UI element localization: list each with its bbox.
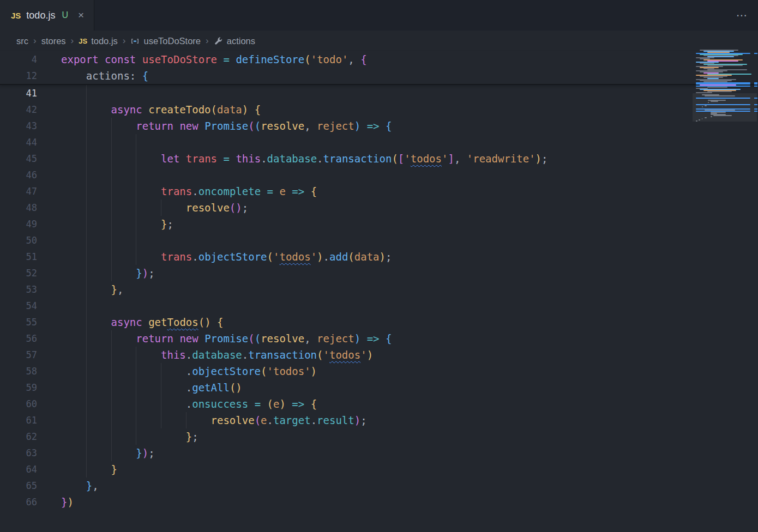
breadcrumb-item-stores[interactable]: stores <box>41 36 66 46</box>
breadcrumb-item-src[interactable]: src <box>16 36 28 46</box>
code-line-58[interactable]: 58 .objectStore('todos') <box>0 363 758 379</box>
line-number: 49 <box>0 216 37 232</box>
code-text: }); <box>37 265 155 281</box>
code-line-66[interactable]: 66}) <box>0 494 758 510</box>
code-line-63[interactable]: 63 }); <box>0 445 758 461</box>
code-line-54[interactable]: 54 <box>0 298 758 314</box>
code-line-60[interactable]: 60 .onsuccess = (e) => { <box>0 396 758 412</box>
code-line-64[interactable]: 64 } <box>0 461 758 477</box>
code-line-53[interactable]: 53 }, <box>0 281 758 298</box>
code-line-56[interactable]: 56 return new Promise((resolve, reject) … <box>0 330 758 347</box>
line-number: 12 <box>0 68 37 84</box>
line-number: 63 <box>0 445 37 461</box>
line-number: 59 <box>0 379 37 396</box>
breadcrumb-item-actions[interactable]: actions <box>214 36 255 46</box>
code-text: .onsuccess = (e) => { <box>37 396 317 412</box>
line-number: 44 <box>0 134 37 150</box>
line-number: 52 <box>0 265 37 281</box>
code-line-41[interactable]: 41 <box>0 85 758 101</box>
indent-guide <box>86 85 87 477</box>
tab-todo-js[interactable]: JS todo.js U × <box>0 0 94 31</box>
code-text: }, <box>37 477 99 494</box>
overview-ruler-mark <box>754 108 757 110</box>
indent-guide <box>186 412 187 428</box>
overview-ruler-mark <box>754 98 757 99</box>
code-text: } <box>37 461 117 477</box>
line-number: 64 <box>0 461 37 477</box>
code-editor[interactable]: 4export const useToDoStore = defineStore… <box>0 51 758 510</box>
code-line-52[interactable]: 52 }); <box>0 265 758 281</box>
code-line-12[interactable]: 12 actions: { <box>0 68 758 84</box>
line-number: 47 <box>0 183 37 200</box>
code-text: }; <box>37 428 198 445</box>
code-line-55[interactable]: 55 async getTodos() { <box>0 314 758 330</box>
code-line-4[interactable]: 4export const useToDoStore = defineStore… <box>0 51 758 68</box>
code-text: async getTodos() { <box>37 314 224 330</box>
close-icon[interactable]: × <box>78 9 84 21</box>
tab-title: todo.js <box>26 10 55 21</box>
breadcrumb-item-todo-js[interactable]: JStodo.js <box>79 36 118 46</box>
sticky-scroll[interactable]: 4export const useToDoStore = defineStore… <box>0 51 758 85</box>
code-text: }; <box>37 216 173 232</box>
code-line-48[interactable]: 48 resolve(); <box>0 200 758 216</box>
code-line-42[interactable]: 42 async createTodo(data) { <box>0 101 758 118</box>
line-number: 43 <box>0 118 37 134</box>
indent-guide <box>111 330 112 461</box>
breadcrumb-label: useToDoStore <box>143 36 201 46</box>
wrench-icon <box>214 37 223 46</box>
line-number: 4 <box>0 51 37 68</box>
code-line-62[interactable]: 62 }; <box>0 428 758 445</box>
breadcrumb-separator-icon: › <box>33 35 37 46</box>
code-line-51[interactable]: 51 trans.objectStore('todos').add(data); <box>0 249 758 265</box>
breadcrumb-label: todo.js <box>91 36 118 46</box>
line-number: 58 <box>0 363 37 379</box>
breadcrumb-separator-icon: › <box>71 35 74 46</box>
line-number: 50 <box>0 232 37 249</box>
minimap[interactable] <box>696 50 753 122</box>
code-text: .objectStore('todos') <box>37 363 317 379</box>
line-number: 42 <box>0 101 37 118</box>
code-text <box>37 167 61 183</box>
code-text: .getAll() <box>37 379 242 396</box>
code-line-47[interactable]: 47 trans.oncomplete = e => { <box>0 183 758 200</box>
breadcrumb-label: stores <box>41 36 66 46</box>
more-actions-button[interactable]: ⋯ <box>736 9 748 22</box>
line-number: 62 <box>0 428 37 445</box>
javascript-file-icon: JS <box>79 37 87 45</box>
code-line-46[interactable]: 46 <box>0 167 758 183</box>
overview-ruler-mark <box>754 53 757 54</box>
code-line-61[interactable]: 61 resolve(e.target.result); <box>0 412 758 428</box>
line-number: 57 <box>0 347 37 363</box>
line-number: 45 <box>0 150 37 167</box>
code-text <box>37 232 61 249</box>
code-text: async createTodo(data) { <box>37 101 261 118</box>
breadcrumb-separator-icon: › <box>206 35 209 46</box>
code-line-59[interactable]: 59 .getAll() <box>0 379 758 396</box>
breadcrumb-item-usetodostore[interactable]: useToDoStore <box>130 36 201 46</box>
indent-guide <box>111 118 112 281</box>
code-area[interactable]: 4142 async createTodo(data) {43 return n… <box>0 85 758 510</box>
code-text: let trans = this.database.transaction(['… <box>37 150 548 167</box>
indent-guide <box>136 134 136 265</box>
tab-bar: JS todo.js U × ⋯ <box>0 0 758 31</box>
code-line-43[interactable]: 43 return new Promise((resolve, reject) … <box>0 118 758 134</box>
code-line-49[interactable]: 49 }; <box>0 216 758 232</box>
breadcrumb-separator-icon: › <box>123 35 126 46</box>
symbol-variable-icon <box>130 37 140 46</box>
breadcrumb-label: src <box>16 36 28 46</box>
line-number: 65 <box>0 477 37 494</box>
line-number: 55 <box>0 314 37 330</box>
breadcrumb: src›stores›JStodo.js›useToDoStore›action… <box>0 31 758 51</box>
code-line-45[interactable]: 45 let trans = this.database.transaction… <box>0 150 758 167</box>
line-number: 53 <box>0 281 37 298</box>
code-line-44[interactable]: 44 <box>0 134 758 150</box>
minimap-slider[interactable] <box>693 93 757 122</box>
line-number: 51 <box>0 249 37 265</box>
code-line-50[interactable]: 50 <box>0 232 758 249</box>
line-number: 46 <box>0 167 37 183</box>
code-line-57[interactable]: 57 this.database.transaction('todos') <box>0 347 758 363</box>
indent-guide <box>161 200 161 216</box>
code-line-65[interactable]: 65 }, <box>0 477 758 494</box>
git-untracked-badge: U <box>62 10 68 20</box>
code-text <box>37 298 61 314</box>
